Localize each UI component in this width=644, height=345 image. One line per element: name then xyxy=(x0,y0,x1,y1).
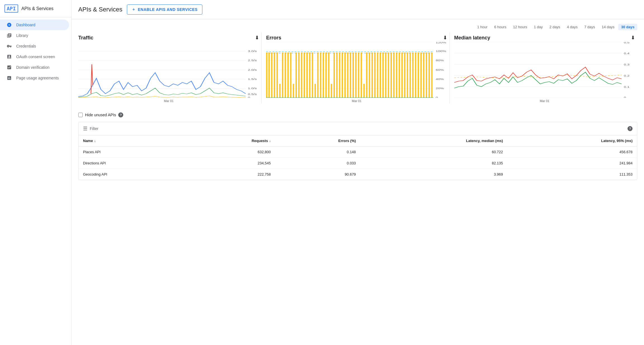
cell-name[interactable]: Places API xyxy=(79,146,185,158)
charts-row: Traffic ⬇ 3.0/s 2.5/s xyxy=(78,32,637,103)
svg-text:0.5: 0.5 xyxy=(624,42,630,44)
oauth-icon xyxy=(7,54,12,59)
hide-unused-checkbox[interactable] xyxy=(78,113,83,117)
sidebar-item-domain[interactable]: Domain verification xyxy=(0,62,69,73)
enable-apis-button[interactable]: ＋ ENABLE APIS AND SERVICES xyxy=(127,4,202,15)
errors-chart-container: 120% 100% 80% 60% 40% 20% 0 xyxy=(266,42,447,103)
svg-text:100%: 100% xyxy=(436,50,446,53)
sidebar-item-label-domain: Domain verification xyxy=(16,65,49,70)
latency-chart-header: Median latency ⬇ xyxy=(454,35,635,41)
latency-chart-title: Median latency xyxy=(454,35,490,41)
svg-text:60%: 60% xyxy=(436,68,444,71)
errors-download-icon[interactable]: ⬇ xyxy=(443,35,447,41)
table-row: Places API632,8000.14860.722456.678 xyxy=(79,146,637,158)
hide-unused-label[interactable]: Hide unused APIs xyxy=(85,113,116,117)
main-content: APIs & Services ＋ ENABLE APIS AND SERVIC… xyxy=(72,0,644,345)
api-logo: API xyxy=(4,4,18,13)
svg-text:0.1: 0.1 xyxy=(624,86,630,88)
sidebar-item-label-oauth: OAuth consent screen xyxy=(16,55,55,59)
svg-text:20%: 20% xyxy=(436,87,444,90)
svg-rect-64 xyxy=(361,53,362,98)
sidebar-item-credentials[interactable]: Credentials xyxy=(0,41,69,51)
table-header: Name↓Requests↓Errors (%)Latency, median … xyxy=(79,135,637,146)
svg-rect-86 xyxy=(420,53,422,98)
table-header-name[interactable]: Name↓ xyxy=(79,135,185,146)
svg-rect-90 xyxy=(431,53,433,98)
svg-rect-38 xyxy=(290,53,292,98)
time-btn-30-days[interactable]: 30 days xyxy=(618,24,637,30)
filter-button[interactable]: ☰ Filter xyxy=(83,126,98,132)
time-btn-6-hours[interactable]: 6 hours xyxy=(491,24,509,30)
latency-chart-panel: Median latency ⬇ 0.5 0.4 xyxy=(449,32,637,103)
svg-rect-52 xyxy=(328,53,330,98)
svg-text:80%: 80% xyxy=(436,59,444,62)
svg-text:0.5/s: 0.5/s xyxy=(248,93,257,96)
page-title: APIs & Services xyxy=(78,6,122,13)
time-btn-14-days[interactable]: 14 days xyxy=(599,24,617,30)
errors-chart-svg: 120% 100% 80% 60% 40% 20% 0 xyxy=(266,42,447,98)
svg-rect-59 xyxy=(347,53,349,98)
sidebar-header: API APIs & Services xyxy=(0,0,71,17)
traffic-chart-title: Traffic xyxy=(78,35,93,41)
svg-rect-81 xyxy=(407,53,408,98)
sidebar-item-dashboard[interactable]: Dashboard xyxy=(0,20,69,30)
errors-x-label: Mar 01 xyxy=(266,99,447,103)
traffic-chart-container: 3.0/s 2.5/s 2.0/s 1.5/s 1.0/s 0.5/s 0 xyxy=(78,42,259,103)
svg-rect-70 xyxy=(377,53,378,98)
cell-requests: 222,758 xyxy=(185,169,275,180)
hide-unused-help-icon[interactable]: ? xyxy=(118,112,123,117)
svg-text:0: 0 xyxy=(624,96,626,98)
table-help-icon[interactable]: ? xyxy=(628,126,633,131)
latency-chart-container: 0.5 0.4 0.3 0.2 0.1 0 Mar 01 xyxy=(454,42,635,103)
svg-rect-65 xyxy=(363,84,365,98)
table-row: Geocoding API222,75890.6793.969111.353 xyxy=(79,169,637,180)
svg-rect-77 xyxy=(396,53,397,98)
svg-rect-63 xyxy=(358,53,359,98)
time-btn-2-days[interactable]: 2 days xyxy=(547,24,563,30)
svg-rect-78 xyxy=(399,53,400,98)
svg-rect-67 xyxy=(369,53,370,98)
svg-rect-56 xyxy=(339,53,340,98)
svg-text:0: 0 xyxy=(248,96,250,98)
svg-rect-44 xyxy=(306,53,308,98)
svg-text:1.5/s: 1.5/s xyxy=(248,78,257,81)
cell-name[interactable]: Geocoding API xyxy=(79,169,185,180)
table-header-row: Name↓Requests↓Errors (%)Latency, median … xyxy=(79,135,637,146)
latency-download-icon[interactable]: ⬇ xyxy=(631,35,635,41)
api-table-section: ☰ Filter ? Name↓Requests↓Errors (%)Laten… xyxy=(78,122,637,180)
sidebar-item-page-usage[interactable]: Page usage agreements xyxy=(0,73,69,83)
table-header-requests[interactable]: Requests↓ xyxy=(185,135,275,146)
table-body: Places API632,8000.14860.722456.678Direc… xyxy=(79,146,637,180)
time-btn-1-hour[interactable]: 1 hour xyxy=(474,24,490,30)
svg-text:0.2: 0.2 xyxy=(624,74,630,77)
sidebar-item-library[interactable]: Library xyxy=(0,30,69,41)
enable-button-label: ENABLE APIS AND SERVICES xyxy=(138,7,198,12)
sort-icon: ↓ xyxy=(269,139,271,143)
sidebar-header-title: APIs & Services xyxy=(22,6,54,11)
main-body: 1 hour6 hours12 hours1 day2 days4 days7 … xyxy=(72,19,644,345)
traffic-x-label: Mar 01 xyxy=(78,99,259,103)
dashboard-icon xyxy=(7,22,12,27)
svg-rect-69 xyxy=(374,53,376,98)
time-range-selector: 1 hour6 hours12 hours1 day2 days4 days7 … xyxy=(78,19,637,32)
sidebar-item-oauth[interactable]: OAuth consent screen xyxy=(0,51,69,62)
sidebar-item-label-credentials: Credentials xyxy=(16,44,36,48)
time-btn-4-days[interactable]: 4 days xyxy=(564,24,580,30)
svg-text:40%: 40% xyxy=(436,78,444,81)
svg-rect-51 xyxy=(325,53,327,98)
svg-rect-72 xyxy=(382,53,384,98)
plus-icon: ＋ xyxy=(132,7,136,12)
errors-chart-header: Errors ⬇ xyxy=(266,35,447,41)
time-btn-7-days[interactable]: 7 days xyxy=(581,24,598,30)
time-btn-1-day[interactable]: 1 day xyxy=(531,24,546,30)
svg-text:3.0/s: 3.0/s xyxy=(248,50,257,53)
svg-rect-48 xyxy=(317,53,319,98)
main-header: APIs & Services ＋ ENABLE APIS AND SERVIC… xyxy=(72,0,644,19)
traffic-download-icon[interactable]: ⬇ xyxy=(255,35,259,41)
svg-rect-30 xyxy=(268,53,270,98)
cell-name[interactable]: Directions API xyxy=(79,158,185,169)
cell-latency_median: 82.135 xyxy=(360,158,507,169)
latency-x-label: Mar 01 xyxy=(454,99,635,103)
time-btn-12-hours[interactable]: 12 hours xyxy=(510,24,530,30)
cell-errors: 90.679 xyxy=(275,169,360,180)
